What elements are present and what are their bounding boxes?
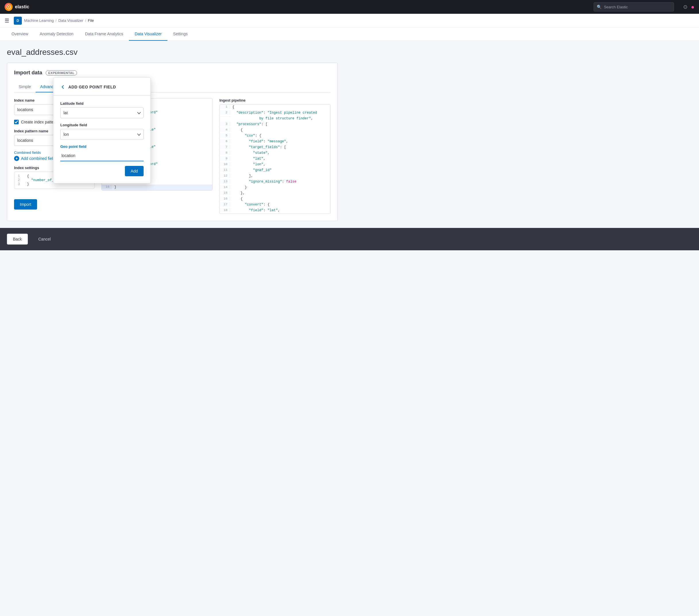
import-button[interactable]: Import xyxy=(14,199,37,210)
notification-icon[interactable]: ● xyxy=(691,4,695,10)
tab-settings[interactable]: Settings xyxy=(168,28,194,41)
add-geo-point-modal: ADD GEO POINT FIELD Latitude field lat xyxy=(53,77,151,184)
pipeline-line-16: 16 { xyxy=(220,196,330,202)
tab-navigation: Overview Anomaly Detection Data Frame An… xyxy=(0,28,699,41)
tab-anomaly-detection[interactable]: Anomaly Detection xyxy=(34,28,79,41)
add-icon: + xyxy=(14,156,19,161)
latitude-label: Latitude field xyxy=(60,101,144,106)
tab-simple[interactable]: Simple xyxy=(14,81,36,92)
tab-data-visualizer[interactable]: Data Visualizer xyxy=(129,28,168,41)
tab-data-frame-analytics[interactable]: Data Frame Analytics xyxy=(79,28,129,41)
import-card: Import data EXPERIMENTAL Simple Advanced… xyxy=(7,63,338,221)
create-index-pattern-checkbox[interactable] xyxy=(14,120,19,124)
search-placeholder: Search Elastic xyxy=(604,5,628,9)
modal-title: ADD GEO POINT FIELD xyxy=(68,85,116,89)
pipeline-line-2b: by file structure finder", xyxy=(220,116,330,122)
footer-back-button[interactable]: Back xyxy=(7,234,28,244)
search-icon: 🔍 xyxy=(597,4,602,9)
import-card-header: Import data EXPERIMENTAL xyxy=(14,70,331,76)
help-icon[interactable]: ⊙ xyxy=(683,4,687,10)
add-combined-label: Add combined field xyxy=(21,156,55,161)
longitude-label: Longitude field xyxy=(60,123,144,127)
longitude-field-section: Longitude field lon xyxy=(60,123,144,140)
breadcrumb-current: File xyxy=(88,18,94,23)
pipeline-line-18: 18 "field": "lat", xyxy=(220,208,330,214)
geo-point-input[interactable] xyxy=(60,150,144,161)
pipeline-line-11: 11 "gnaf_id" xyxy=(220,168,330,173)
breadcrumb: Machine Learning / Data Visualizer / Fil… xyxy=(24,18,94,23)
modal-actions: Add xyxy=(60,166,144,176)
elastic-logo[interactable]: elastic xyxy=(4,3,29,11)
top-navigation: elastic 🔍 Search Elastic ⊙ ● xyxy=(0,0,699,14)
user-avatar[interactable]: D xyxy=(14,17,22,25)
pipeline-line-8: 8 "state", xyxy=(220,150,330,156)
elastic-logo-icon xyxy=(4,3,13,11)
breadcrumb-dv[interactable]: Data Visualizer xyxy=(58,18,83,23)
modal-add-button[interactable]: Add xyxy=(125,166,144,176)
search-bar[interactable]: 🔍 Search Elastic xyxy=(594,2,674,12)
nav-icons: ⊙ ● xyxy=(683,4,695,10)
pipeline-line-7: 7 "target_fields": [ xyxy=(220,145,330,150)
longitude-select-wrapper: lon xyxy=(60,129,144,140)
pipeline-line-17: 17 "convert": { xyxy=(220,202,330,208)
pipeline-line-14: 14 } xyxy=(220,185,330,191)
geo-point-field-section: Geo point field xyxy=(60,144,144,166)
pipeline-editor: Ingest pipeline 1 { 2 "description": "In… xyxy=(220,98,331,214)
latitude-select[interactable]: lat xyxy=(60,107,144,118)
main-content: eval_addresses.csv Import data EXPERIMEN… xyxy=(0,41,345,228)
pipeline-line-15: 15 }, xyxy=(220,191,330,196)
pipeline-label: Ingest pipeline xyxy=(220,98,331,103)
breadcrumb-ml[interactable]: Machine Learning xyxy=(24,18,54,23)
page-title: eval_addresses.csv xyxy=(7,48,338,57)
elastic-logo-text: elastic xyxy=(15,4,29,10)
pipeline-line-4: 4 { xyxy=(220,128,330,133)
hamburger-menu[interactable]: ☰ xyxy=(4,17,9,24)
longitude-select[interactable]: lon xyxy=(60,129,144,140)
pipeline-code: 1 { 2 "description": "Ingest pipeline cr… xyxy=(220,104,331,214)
pipeline-line-12: 12 ], xyxy=(220,173,330,179)
modal-divider xyxy=(53,95,150,96)
pipeline-line-5: 5 "csv": { xyxy=(220,133,330,139)
pipeline-line-13: 13 "ignore_missing": false xyxy=(220,179,330,185)
experimental-badge: EXPERIMENTAL xyxy=(46,70,77,76)
modal-header: ADD GEO POINT FIELD xyxy=(60,84,144,90)
mappings-line-16: 16 } xyxy=(102,185,212,190)
import-title: Import data xyxy=(14,70,42,76)
breadcrumb-sep-1: / xyxy=(55,18,56,23)
pipeline-line-3: 3 "processors": [ xyxy=(220,122,330,128)
pipeline-line-1: 1 { xyxy=(220,105,330,110)
modal-back-button[interactable] xyxy=(60,84,65,90)
pipeline-line-2: 2 "description": "Ingest pipeline create… xyxy=(220,110,330,116)
tab-overview[interactable]: Overview xyxy=(6,28,34,41)
breadcrumb-bar: ☰ D Machine Learning / Data Visualizer /… xyxy=(0,14,699,28)
latitude-field-section: Latitude field lat xyxy=(60,101,144,118)
latitude-select-wrapper: lat xyxy=(60,107,144,118)
footer-cancel-button[interactable]: Cancel xyxy=(32,234,56,244)
pipeline-line-9: 9 "lat", xyxy=(220,156,330,162)
create-index-pattern-label: Create index pattern xyxy=(21,120,57,124)
footer: Back Cancel xyxy=(0,228,699,250)
pipeline-line-10: 10 "lon", xyxy=(220,162,330,168)
breadcrumb-sep-2: / xyxy=(85,18,86,23)
pipeline-line-6: 6 "field": "message", xyxy=(220,139,330,145)
geo-point-label: Geo point field xyxy=(60,144,144,149)
